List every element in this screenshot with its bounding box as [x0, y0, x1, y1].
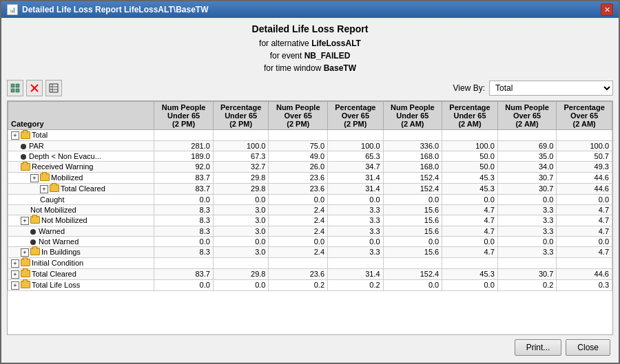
- close-window-button[interactable]: ✕: [601, 3, 613, 16]
- svg-rect-1: [16, 84, 19, 87]
- data-cell: 75.0: [269, 141, 328, 151]
- main-window: 📊 Detailed Life Loss Report LifeLossALT\…: [0, 0, 620, 364]
- data-cell: 3.3: [328, 226, 384, 236]
- report-line1-bold: LifeLossALT: [311, 39, 361, 48]
- category-cell: Received Warning: [8, 162, 154, 173]
- expand-icon[interactable]: +: [11, 281, 19, 290]
- print-button[interactable]: Print...: [515, 339, 562, 356]
- data-cell: 0.0: [269, 194, 328, 204]
- data-cell: 31.4: [328, 268, 384, 279]
- col-pct-under65-2pm: PercentageUnder 65(2 PM): [213, 102, 269, 130]
- data-cell: 23.6: [269, 268, 328, 279]
- data-cell: 35.0: [497, 151, 557, 162]
- row-label: Initial Condition: [32, 259, 83, 267]
- table-icon[interactable]: [45, 80, 62, 96]
- data-cell: 3.0: [213, 215, 269, 226]
- report-line2: for event NB_FAILED: [7, 50, 613, 62]
- data-cell: [383, 130, 442, 141]
- data-cell: [213, 257, 269, 268]
- data-cell: 4.7: [557, 246, 612, 257]
- row-label: Total: [32, 131, 48, 139]
- expand-icon[interactable]: +: [21, 248, 29, 257]
- data-cell: 0.0: [213, 279, 269, 290]
- report-line1-plain: for alternative: [259, 39, 311, 48]
- category-cell: PAR: [8, 141, 154, 151]
- view-by-select[interactable]: Total: [489, 81, 613, 96]
- data-cell: 0.0: [154, 236, 214, 246]
- data-cell: 83.7: [154, 183, 214, 194]
- col-num-over65-2pm: Num PeopleOver 65(2 PM): [269, 102, 328, 130]
- expand-icon[interactable]: +: [21, 217, 29, 225]
- col-num-over65-2am: Num PeopleOver 65(2 AM): [497, 102, 557, 130]
- view-by-row: View By: Total: [453, 81, 613, 96]
- expand-icon[interactable]: +: [11, 259, 19, 268]
- table-row: Caught0.00.00.00.00.00.00.00.0: [8, 194, 612, 204]
- data-cell: 44.6: [557, 268, 612, 279]
- data-cell: [328, 130, 384, 141]
- folder-icon: [40, 173, 50, 181]
- folder-icon: [21, 270, 30, 277]
- data-cell: 2.4: [269, 226, 328, 236]
- data-cell: [557, 130, 612, 141]
- data-cell: 34.7: [328, 162, 384, 173]
- folder-icon: [30, 248, 40, 255]
- data-cell: [557, 257, 612, 268]
- data-cell: 0.2: [328, 279, 384, 290]
- expand-icon[interactable]: +: [40, 185, 48, 193]
- close-button[interactable]: Close: [566, 339, 610, 356]
- data-cell: 44.6: [557, 172, 612, 183]
- table-row: Depth < Non Evacu...189.067.349.065.3168…: [8, 151, 612, 162]
- row-label: Received Warning: [32, 162, 93, 171]
- expand-icon[interactable]: +: [11, 131, 19, 140]
- row-label: Total Life Loss: [32, 281, 80, 289]
- folder-icon: [21, 281, 30, 288]
- folder-icon: [30, 216, 40, 224]
- folder-icon: [21, 131, 30, 139]
- data-cell: 100.0: [213, 141, 269, 151]
- data-cell: 100.0: [557, 141, 612, 151]
- data-cell: 29.8: [213, 183, 269, 194]
- content-area: Detailed Life Loss Report for alternativ…: [1, 18, 619, 363]
- window-icon: 📊: [7, 4, 18, 15]
- data-cell: 0.2: [269, 279, 328, 290]
- data-cell: 168.0: [383, 151, 442, 162]
- data-cell: 168.0: [383, 162, 442, 173]
- expand-icon[interactable]: +: [30, 174, 39, 182]
- data-cell: 67.3: [213, 151, 269, 162]
- svg-rect-2: [11, 89, 14, 92]
- data-cell: 4.7: [557, 204, 612, 215]
- data-cell: 4.7: [557, 226, 612, 236]
- expand-icon[interactable]: +: [11, 270, 19, 279]
- data-cell: 0.0: [154, 194, 214, 204]
- data-cell: 152.4: [383, 172, 442, 183]
- folder-icon: [21, 163, 30, 171]
- data-cell: 30.7: [497, 268, 557, 279]
- row-label: PAR: [29, 142, 44, 150]
- data-cell: 0.3: [557, 279, 612, 290]
- data-cell: 2.4: [269, 204, 328, 215]
- data-cell: 4.7: [557, 215, 612, 226]
- grid-icon[interactable]: [7, 80, 23, 96]
- clear-icon[interactable]: [26, 80, 43, 96]
- data-cell: 0.0: [154, 279, 214, 290]
- title-bar-left: 📊 Detailed Life Loss Report LifeLossALT\…: [7, 4, 208, 15]
- data-cell: 0.2: [497, 279, 557, 290]
- data-cell: 3.3: [497, 226, 557, 236]
- data-cell: 0.0: [213, 194, 269, 204]
- data-cell: 29.8: [213, 268, 269, 279]
- data-cell: 0.0: [557, 194, 612, 204]
- data-table: Category Num PeopleUnder 65(2 PM) Percen…: [8, 101, 612, 291]
- table-row: +Total: [8, 130, 612, 141]
- report-line3: for time window BaseTW: [7, 62, 613, 74]
- data-cell: 0.0: [328, 194, 384, 204]
- toolbar-icons: [7, 80, 62, 96]
- category-cell: Depth < Non Evacu...: [8, 151, 154, 162]
- data-cell: 8.3: [154, 215, 214, 226]
- col-num-under65-2pm: Num PeopleUnder 65(2 PM): [154, 102, 214, 130]
- data-cell: [442, 257, 498, 268]
- data-cell: 50.0: [442, 151, 498, 162]
- svg-rect-6: [50, 84, 58, 92]
- data-cell: 65.3: [328, 151, 384, 162]
- data-cell: [497, 257, 557, 268]
- category-cell: +Total Cleared: [8, 268, 154, 279]
